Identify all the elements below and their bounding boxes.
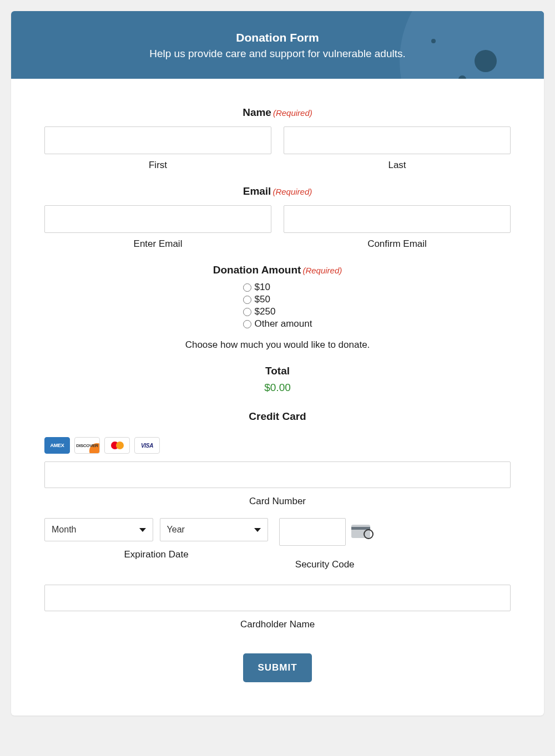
donation-helper-text: Choose how much you would like to donate… — [44, 339, 511, 351]
donation-option-250[interactable]: $250 — [243, 306, 312, 317]
exp-month-select[interactable]: Month — [44, 518, 153, 541]
exp-month-value: Month — [52, 525, 76, 535]
confirm-email-input[interactable] — [284, 205, 511, 233]
visa-icon: VISA — [134, 437, 160, 454]
first-name-input[interactable] — [44, 126, 271, 154]
cardholder-name-input[interactable] — [44, 585, 511, 611]
required-indicator: (Required) — [302, 266, 342, 275]
security-code-input[interactable] — [279, 518, 346, 546]
total-label: Total — [44, 365, 511, 377]
name-group: Name(Required) First Last — [44, 106, 511, 171]
donation-form-card: Donation Form Help us provide care and s… — [11, 11, 544, 716]
form-body: Name(Required) First Last Email(Required… — [11, 79, 544, 682]
amex-icon: AMEX — [44, 437, 70, 454]
security-code-icon — [351, 525, 370, 538]
form-subtitle: Help us provide care and support for vul… — [22, 48, 533, 60]
donation-radio-50[interactable] — [243, 296, 251, 304]
donation-option-label: Other amount — [255, 318, 312, 329]
last-name-input[interactable] — [284, 126, 511, 154]
donation-radio-250[interactable] — [243, 308, 251, 316]
enter-email-input[interactable] — [44, 205, 271, 233]
exp-year-select[interactable]: Year — [160, 518, 269, 541]
form-header: Donation Form Help us provide care and s… — [11, 11, 544, 79]
enter-email-sublabel: Enter Email — [44, 239, 271, 250]
required-indicator: (Required) — [273, 187, 312, 196]
submit-button[interactable]: SUBMIT — [243, 653, 311, 682]
donation-radio-10[interactable] — [243, 283, 251, 292]
donation-options: $10 $50 $250 Other amount — [243, 282, 312, 331]
donation-option-label: $50 — [255, 294, 270, 305]
total-value: $0.00 — [44, 382, 511, 394]
donation-option-10[interactable]: $10 — [243, 282, 312, 293]
name-label: Name — [243, 106, 271, 119]
email-group: Email(Required) Enter Email Confirm Emai… — [44, 185, 511, 250]
donation-option-other[interactable]: Other amount — [243, 318, 312, 329]
card-number-label: Card Number — [44, 496, 511, 507]
discover-icon: DISCOVER — [74, 437, 100, 454]
donation-amount-group: Donation Amount(Required) $10 $50 $250 — [44, 264, 511, 423]
first-name-sublabel: First — [44, 160, 271, 171]
confirm-email-sublabel: Confirm Email — [284, 239, 511, 250]
form-title: Donation Form — [22, 31, 533, 44]
last-name-sublabel: Last — [284, 160, 511, 171]
donation-radio-other[interactable] — [243, 320, 251, 328]
donation-amount-label: Donation Amount — [213, 264, 301, 276]
donation-option-label: $250 — [255, 306, 276, 317]
required-indicator: (Required) — [273, 108, 312, 118]
cardholder-name-label: Cardholder Name — [44, 619, 511, 630]
credit-card-section: AMEX DISCOVER VISA Card Number Month Yea… — [44, 437, 511, 630]
card-number-input[interactable] — [44, 461, 511, 488]
donation-option-50[interactable]: $50 — [243, 294, 312, 305]
exp-year-value: Year — [167, 525, 185, 535]
credit-card-label: Credit Card — [44, 410, 511, 423]
card-brand-icons: AMEX DISCOVER VISA — [44, 437, 511, 454]
header-decor-dot — [458, 75, 466, 79]
security-code-label: Security Code — [279, 559, 370, 570]
expiration-date-label: Expiration Date — [44, 549, 268, 560]
email-label: Email — [243, 185, 271, 197]
donation-option-label: $10 — [255, 282, 270, 293]
mastercard-icon — [104, 437, 130, 454]
